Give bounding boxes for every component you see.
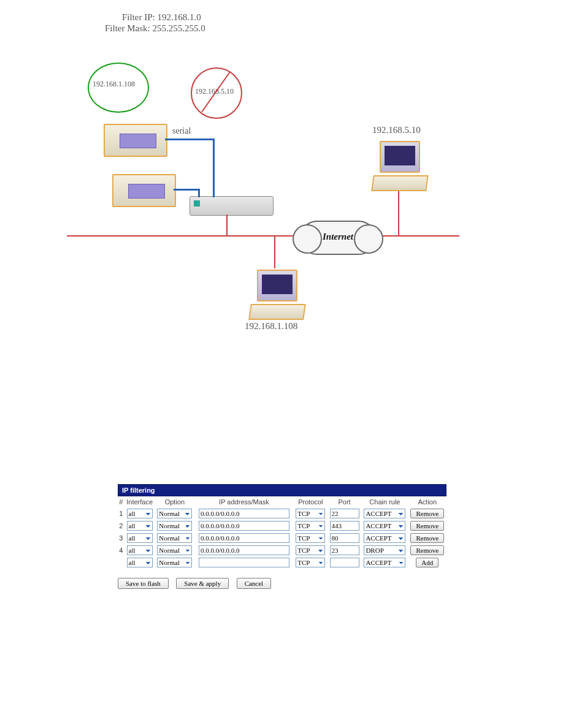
chain-select[interactable]: ACCEPT	[364, 521, 405, 531]
col-protocol: Protocol	[294, 496, 327, 507]
router	[190, 196, 274, 216]
pc-bottom-ip: 192.168.1.108	[245, 321, 297, 332]
chain-select[interactable]: DROP	[364, 545, 405, 555]
filter-mask-line: Filter Mask: 255.255.255.0	[105, 23, 205, 34]
col-port: Port	[327, 496, 361, 507]
pc-right	[380, 141, 427, 191]
option-select[interactable]: Normal	[157, 509, 192, 518]
new-port-input[interactable]	[330, 558, 359, 567]
port-input[interactable]	[330, 545, 359, 555]
pc-right-drop	[398, 190, 399, 235]
col-num: #	[118, 496, 124, 507]
serial-line-4	[198, 189, 200, 197]
pc-bottom	[257, 270, 305, 320]
router-drop	[226, 214, 228, 235]
save-to-flash-button[interactable]: Save to flash	[118, 578, 169, 589]
row-num: 3	[118, 532, 124, 544]
ipmask-input[interactable]	[199, 521, 289, 531]
row-num: 1	[118, 507, 124, 520]
pc-right-ip: 192.168.5.10	[372, 125, 421, 135]
ipmask-input[interactable]	[199, 533, 289, 543]
ip-filtering-panel: IP filtering # Interface Option IP addre…	[118, 484, 446, 569]
serial-line-3	[174, 189, 199, 191]
filter-mask-label: Filter Mask:	[105, 23, 150, 33]
table-row: 4allNormalTCPDROPRemove	[118, 544, 446, 556]
interface-select[interactable]: all	[127, 521, 153, 531]
protocol-select[interactable]: TCP	[296, 545, 325, 555]
bus-line	[67, 235, 459, 237]
chain-select[interactable]: ACCEPT	[364, 509, 405, 518]
serial-label: serial	[172, 126, 191, 136]
remove-button[interactable]: Remove	[410, 521, 444, 531]
ipmask-input[interactable]	[199, 545, 289, 555]
table-row: 2allNormalTCPACCEPTRemove	[118, 520, 446, 532]
save-apply-button[interactable]: Save & apply	[176, 578, 229, 589]
serial-line-2	[213, 138, 215, 197]
server-2	[112, 174, 176, 207]
button-bar: Save to flash Save & apply Cancel	[118, 577, 563, 589]
col-interface: Interface	[124, 496, 155, 507]
table-new-row: all Normal TCP ACCEPT Add	[118, 556, 446, 569]
new-option-select[interactable]: Normal	[157, 558, 192, 567]
port-input[interactable]	[330, 521, 359, 531]
table-row: 1allNormalTCPACCEPTRemove	[118, 507, 446, 520]
protocol-select[interactable]: TCP	[296, 521, 325, 531]
row-num: 2	[118, 520, 124, 532]
filter-ip-value: 192.168.1.0	[158, 12, 201, 22]
interface-select[interactable]: all	[127, 533, 153, 543]
server-1	[104, 124, 167, 157]
table-row: 3allNormalTCPACCEPTRemove	[118, 532, 446, 544]
panel-title: IP filtering	[118, 484, 446, 496]
new-ipmask-input[interactable]	[199, 558, 289, 567]
cancel-button[interactable]: Cancel	[237, 578, 272, 589]
port-input[interactable]	[330, 509, 359, 518]
col-option: Option	[155, 496, 194, 507]
filter-mask-value: 255.255.255.0	[153, 23, 205, 33]
table-header-row: # Interface Option IP address/Mask Proto…	[118, 496, 446, 507]
option-select[interactable]: Normal	[157, 533, 192, 543]
ip-filter-table: # Interface Option IP address/Mask Proto…	[118, 496, 446, 569]
internet-label: Internet	[301, 232, 375, 242]
col-ipmask: IP address/Mask	[194, 496, 293, 507]
protocol-select[interactable]: TCP	[296, 533, 325, 543]
remove-button[interactable]: Remove	[410, 533, 444, 543]
network-diagram: Filter IP: 192.168.1.0 Filter Mask: 255.…	[67, 61, 496, 404]
serial-line-1	[165, 138, 214, 140]
col-chain: Chain rule	[361, 496, 408, 507]
chain-select[interactable]: ACCEPT	[364, 533, 405, 543]
option-select[interactable]: Normal	[157, 521, 192, 531]
new-interface-select[interactable]: all	[127, 558, 153, 567]
option-select[interactable]: Normal	[157, 545, 192, 555]
row-num: 4	[118, 544, 124, 556]
filter-ip-label: Filter IP:	[122, 12, 155, 22]
remove-button[interactable]: Remove	[410, 545, 444, 555]
pc-bottom-drop	[274, 235, 275, 268]
add-button[interactable]: Add	[416, 558, 439, 567]
port-input[interactable]	[330, 533, 359, 543]
new-protocol-select[interactable]: TCP	[296, 558, 325, 567]
interface-select[interactable]: all	[127, 509, 153, 518]
allowed-ip-label: 192.168.1.108	[93, 80, 135, 89]
col-action: Action	[408, 496, 446, 507]
interface-select[interactable]: all	[127, 545, 153, 555]
protocol-select[interactable]: TCP	[296, 509, 325, 518]
filter-ip-line: Filter IP: 192.168.1.0	[122, 12, 201, 23]
remove-button[interactable]: Remove	[410, 509, 444, 518]
new-chain-select[interactable]: ACCEPT	[364, 558, 405, 567]
ipmask-input[interactable]	[199, 509, 289, 518]
internet-cloud: Internet	[300, 221, 376, 255]
